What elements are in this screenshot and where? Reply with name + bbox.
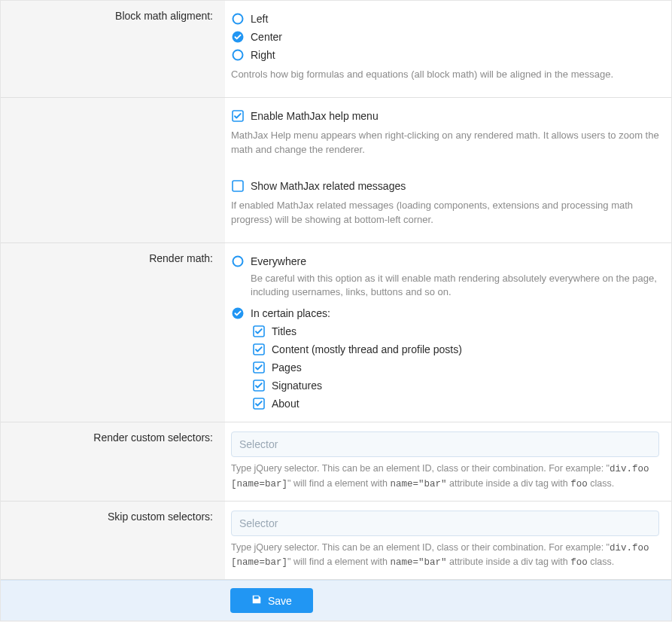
- place-content-checkbox[interactable]: Content (mostly thread and profile posts…: [252, 340, 659, 358]
- checkbox-checked-icon: [252, 397, 266, 410]
- save-icon: [251, 594, 262, 607]
- render-certain-option[interactable]: In certain places:: [231, 304, 659, 322]
- show-related-messages-checkbox[interactable]: Show MathJax related messages: [231, 177, 659, 195]
- checkbox-unchecked-icon: [231, 179, 245, 193]
- render-certain-label: In certain places:: [251, 307, 330, 319]
- block-align-center-label: Center: [251, 31, 282, 43]
- place-about-label: About: [272, 398, 300, 410]
- radio-checked-icon: [231, 306, 245, 320]
- place-content-label: Content (mostly thread and profile posts…: [272, 343, 462, 355]
- block-align-right-label: Right: [251, 49, 275, 61]
- radio-checked-icon: [231, 30, 245, 44]
- checkbox-checked-icon: [252, 325, 266, 338]
- render-selectors-help: Type jQuery selector. This can be an ele…: [231, 462, 659, 492]
- place-pages-label: Pages: [272, 361, 302, 374]
- block-align-help: Controls how big formulas and equations …: [231, 67, 659, 82]
- render-selectors-input[interactable]: [231, 431, 659, 457]
- block-align-left-label: Left: [251, 13, 268, 25]
- svg-rect-4: [233, 181, 243, 191]
- radio-unchecked-icon: [231, 12, 245, 26]
- skip-selectors-input[interactable]: [231, 511, 659, 536]
- save-button-label: Save: [268, 595, 292, 607]
- block-align-right-option[interactable]: Right: [231, 46, 659, 64]
- skip-selectors-help: Type jQuery selector. This can be an ele…: [231, 541, 659, 571]
- place-titles-label: Titles: [272, 325, 296, 337]
- render-selectors-label: Render custom selectors:: [1, 422, 225, 501]
- save-button[interactable]: Save: [230, 588, 313, 613]
- place-signatures-checkbox[interactable]: Signatures: [252, 377, 659, 395]
- checkbox-checked-icon: [252, 343, 266, 356]
- show-related-messages-help: If enabled MathJax related messages (loa…: [231, 198, 659, 227]
- svg-point-5: [233, 256, 243, 266]
- checkbox-checked-icon: [252, 361, 266, 374]
- enable-help-menu-label: Enable MathJax help menu: [251, 110, 379, 122]
- block-math-alignment-label: Block math aligment:: [1, 1, 225, 97]
- radio-unchecked-icon: [231, 255, 245, 268]
- show-related-messages-label: Show MathJax related messages: [251, 180, 406, 192]
- render-everywhere-label: Everywhere: [251, 255, 306, 267]
- enable-help-menu-help: MathJax Help menu appears when right-cli…: [231, 128, 659, 157]
- block-align-center-option[interactable]: Center: [231, 28, 659, 46]
- place-about-checkbox[interactable]: About: [252, 395, 659, 413]
- place-pages-checkbox[interactable]: Pages: [252, 358, 659, 377]
- radio-unchecked-icon: [231, 48, 245, 62]
- place-titles-checkbox[interactable]: Titles: [252, 322, 659, 340]
- place-signatures-label: Signatures: [272, 380, 322, 392]
- checkbox-checked-icon: [231, 109, 245, 123]
- block-align-left-option[interactable]: Left: [231, 10, 659, 28]
- render-math-label: Render math:: [1, 243, 225, 422]
- checkbox-checked-icon: [252, 379, 266, 392]
- save-bar: Save: [1, 580, 671, 620]
- svg-point-0: [233, 14, 243, 24]
- skip-selectors-label: Skip custom selectors:: [1, 502, 225, 580]
- svg-point-2: [233, 50, 243, 60]
- render-everywhere-option[interactable]: Everywhere: [231, 252, 659, 270]
- render-everywhere-help: Be careful with this option as it will e…: [251, 272, 659, 300]
- enable-help-menu-checkbox[interactable]: Enable MathJax help menu: [231, 107, 659, 125]
